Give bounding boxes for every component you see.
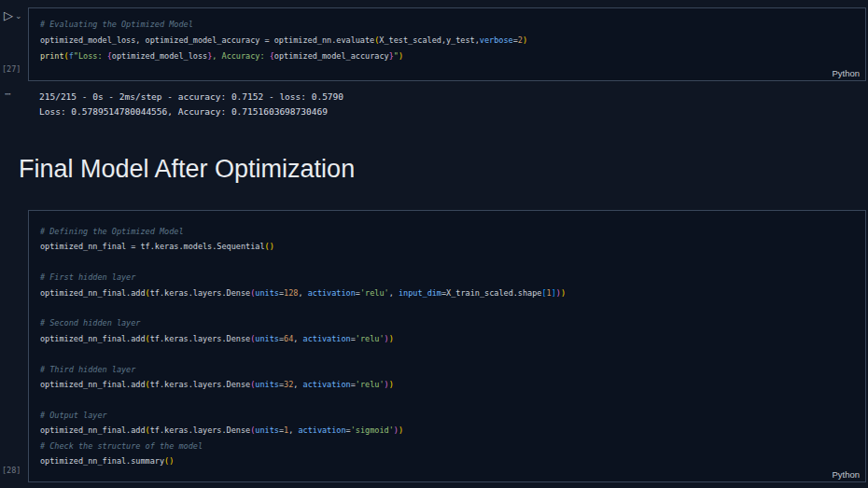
markdown-heading[interactable]: Final Model After Optimization	[19, 155, 355, 184]
code-line: optimized_nn_final.add(tf.keras.layers.D…	[40, 286, 858, 300]
code-line: # Output layer	[40, 408, 858, 423]
execution-count-1: [27]	[2, 64, 21, 74]
code-cell-1: # Evaluating the Optimized Modeloptimize…	[28, 7, 866, 81]
code-line	[40, 392, 858, 407]
code-line: # Defining the Optimized Model	[40, 224, 858, 239]
code-line: optimized_nn_final.add(tf.keras.layers.D…	[40, 331, 858, 346]
code-line: # Evaluating the Optimized Model	[40, 17, 858, 33]
code-line: optimized_nn_final.add(tf.keras.layers.D…	[40, 423, 858, 438]
code-line: # Second hidden layer	[40, 315, 858, 330]
code-line: optimized_model_loss, optimized_model_ac…	[40, 33, 858, 49]
code-line	[40, 346, 858, 361]
code-line	[40, 469, 858, 484]
code-line: print(f"Loss: {optimized_model_loss}, Ac…	[40, 49, 858, 64]
code-line: optimized_nn_final.summary()	[40, 453, 858, 468]
cell-output: 215/215 - 0s - 2ms/step - accuracy: 0.71…	[39, 90, 864, 119]
code-cell-2: # Defining the Optimized Modeloptimized_…	[28, 210, 866, 482]
play-icon: ▷	[4, 7, 13, 24]
code-line	[40, 64, 858, 80]
code-line: optimized_nn_final.add(tf.keras.layers.D…	[40, 377, 858, 392]
code-line: # First hidden layer	[40, 270, 858, 285]
code-editor-1[interactable]: # Evaluating the Optimized Modeloptimize…	[40, 8, 858, 80]
execution-count-2: [28]	[2, 466, 21, 475]
code-editor-2[interactable]: # Defining the Optimized Modeloptimized_…	[40, 211, 858, 481]
language-selector[interactable]: Python	[832, 68, 860, 78]
code-line	[40, 300, 858, 315]
output-line: 215/215 - 0s - 2ms/step - accuracy: 0.71…	[39, 90, 864, 105]
output-menu-icon[interactable]: ⋯	[5, 88, 11, 100]
code-line: # Check the structure of the model	[40, 439, 858, 453]
code-line	[40, 255, 858, 270]
chevron-down-icon: ⌄	[15, 7, 22, 24]
notebook-editor: ▷ ⌄ # Evaluating the Optimized Modelopti…	[0, 0, 868, 488]
code-line: optimized_nn_final = tf.keras.models.Seq…	[40, 239, 858, 254]
run-cell-button[interactable]: ▷ ⌄	[4, 7, 28, 24]
language-selector[interactable]: Python	[832, 469, 860, 480]
code-line: # Third hidden layer	[40, 362, 858, 377]
output-line: Loss: 0.5789514780044556, Accuracy: 0.71…	[39, 105, 864, 119]
